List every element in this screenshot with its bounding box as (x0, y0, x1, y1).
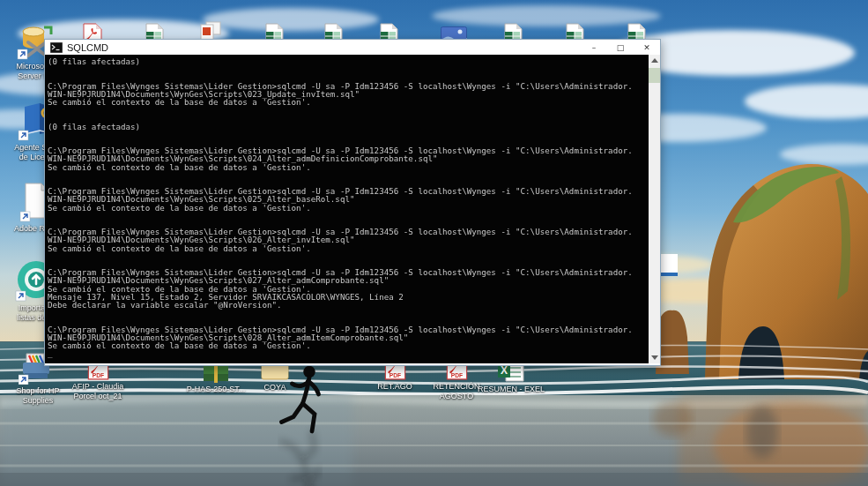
console-output[interactable]: (0 filas afectadas) C:\Program Files\Wyn… (45, 55, 649, 363)
minimize-button[interactable]: – (581, 40, 607, 55)
background-window-fragment (661, 254, 678, 276)
scroll-thumb[interactable] (649, 68, 660, 83)
close-button[interactable]: ✕ (634, 40, 660, 55)
desktop-icon-label: RET.AGO (377, 382, 412, 392)
svg-text:PDF: PDF (389, 372, 400, 378)
desktop-icon-label: RESUMEN - EXEL (478, 385, 545, 394)
sqlcmd-window: SQLCMD – □ ✕ (0 filas afectadas) C:\Prog… (44, 39, 661, 366)
window-title: SQLCMD (67, 42, 581, 53)
svg-text:PDF: PDF (450, 372, 462, 378)
scroll-up-arrow[interactable] (649, 55, 660, 66)
scrollbar[interactable] (649, 55, 660, 363)
desktop-icon-label: Shop for HP Supplies (16, 386, 59, 406)
scroll-down-arrow[interactable] (649, 352, 660, 363)
titlebar[interactable]: SQLCMD – □ ✕ (45, 40, 660, 55)
maximize-button[interactable]: □ (607, 40, 634, 55)
desktop-icon-label: COYA (264, 383, 286, 393)
svg-text:X: X (501, 364, 508, 377)
console-text: (0 filas afectadas) C:\Program Files\Wyn… (45, 55, 649, 358)
svg-text:PDF: PDF (92, 372, 103, 378)
desktop-icon-label: AFIP - Claudia Porcel oct_21 (72, 382, 123, 401)
cmd-icon (50, 42, 63, 53)
desktop: Microsoft S Server Ma Agente Serv de Lic… (0, 0, 868, 486)
desktop-icon-label: P-HAS-250-ST... (187, 385, 246, 394)
